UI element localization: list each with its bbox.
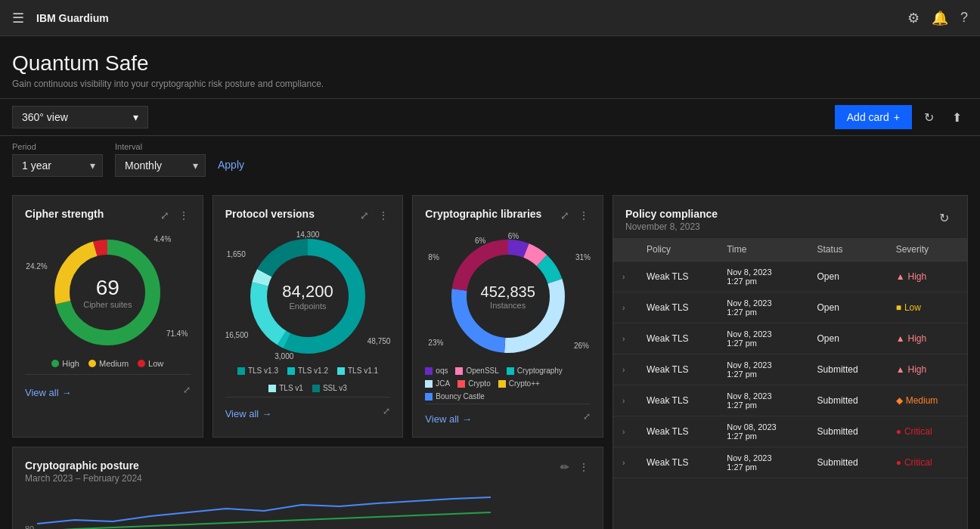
posture-edit-button[interactable]: ✏ bbox=[559, 459, 571, 475]
crypto-expand-icon: ⤢ bbox=[583, 411, 591, 422]
period-select-wrapper: 1 year 6 months 3 months 1 month bbox=[12, 154, 103, 177]
legend-tls1: TLS v1 bbox=[268, 384, 303, 392]
policy-table: Policy Time Status Severity › Weak TLS N… bbox=[613, 238, 967, 478]
protocol-view-all-button[interactable]: View all → bbox=[225, 408, 272, 419]
toolbar-actions: Add card + ↻ ⬆ bbox=[835, 105, 968, 129]
view-select[interactable]: 360° view ▾ bbox=[12, 106, 148, 128]
protocol-legend: TLS v1.3 TLS v1.2 TLS v1.1 TLS v1 bbox=[225, 367, 391, 392]
add-card-label: Add card bbox=[847, 111, 889, 123]
policy-header: Policy compliance November 8, 2023 ↻ bbox=[613, 196, 967, 238]
posture-y-label: 80 bbox=[25, 524, 34, 529]
crypto-legend: oqs OpenSSL Cryptography JCA bbox=[425, 367, 591, 401]
row-severity: ● Critical bbox=[887, 416, 967, 447]
help-icon[interactable]: ? bbox=[960, 10, 968, 26]
cipher-strength-actions: ⤢ ⋮ bbox=[159, 208, 191, 223]
cipher-label-714: 71.4% bbox=[166, 329, 188, 338]
posture-actions: ✏ ⋮ bbox=[559, 459, 591, 475]
row-status: Submitted bbox=[808, 385, 887, 416]
legend-jca: JCA bbox=[425, 379, 450, 388]
severity-label: High bbox=[908, 271, 927, 282]
severity-icon: ▲ bbox=[896, 333, 905, 344]
expand-row-button[interactable]: › bbox=[622, 335, 625, 343]
add-card-button[interactable]: Add card + bbox=[835, 105, 912, 129]
expand-row-button[interactable]: › bbox=[622, 366, 625, 374]
interval-select[interactable]: Monthly Weekly Daily bbox=[115, 154, 206, 177]
expand-row-button[interactable]: › bbox=[622, 273, 625, 281]
legend-openssl: OpenSSL bbox=[455, 367, 498, 375]
crypto-number: 452,835 bbox=[481, 283, 535, 301]
crypto-expand-button[interactable]: ⤢ bbox=[559, 208, 571, 223]
policy-date: November 8, 2023 bbox=[625, 221, 718, 232]
col-severity: Severity bbox=[887, 238, 967, 261]
notification-icon[interactable]: 🔔 bbox=[932, 10, 948, 26]
policy-table-container: Policy Time Status Severity › Weak TLS N… bbox=[613, 238, 967, 529]
crypto-more-button[interactable]: ⋮ bbox=[577, 208, 591, 223]
policy-refresh-button[interactable]: ↻ bbox=[933, 208, 955, 228]
plus-icon: + bbox=[894, 111, 900, 123]
cipher-label-242: 24.2% bbox=[26, 262, 47, 271]
row-policy: Weak TLS bbox=[637, 447, 718, 478]
protocol-expand-button[interactable]: ⤢ bbox=[358, 208, 371, 223]
top-navigation: ☰ IBM Guardium ⚙ 🔔 ? bbox=[0, 0, 980, 36]
period-filter: Period 1 year 6 months 3 months 1 month bbox=[12, 142, 103, 177]
row-chevron[interactable]: › bbox=[613, 261, 637, 292]
protocol-versions-card: Protocol versions ⤢ ⋮ bbox=[212, 195, 404, 438]
protocol-more-button[interactable]: ⋮ bbox=[377, 208, 390, 223]
row-severity: ● Critical bbox=[887, 447, 967, 478]
export-button[interactable]: ⬆ bbox=[946, 107, 968, 128]
posture-date: March 2023 – February 2024 bbox=[25, 473, 142, 484]
severity-icon: ▲ bbox=[896, 364, 905, 375]
posture-line-chart bbox=[37, 490, 491, 529]
severity-icon: ▲ bbox=[896, 271, 905, 282]
expand-row-button[interactable]: › bbox=[622, 459, 625, 467]
legend-tls13: TLS v1.3 bbox=[237, 367, 278, 375]
protocol-versions-header: Protocol versions ⤢ ⋮ bbox=[225, 208, 391, 223]
severity-badge: ● Critical bbox=[896, 426, 958, 437]
view-select-label: 360° view bbox=[22, 111, 68, 123]
posture-card-info: Cryptographic posture March 2023 – Febru… bbox=[25, 459, 142, 484]
row-severity: ■ Low bbox=[887, 292, 967, 323]
cipher-more-button[interactable]: ⋮ bbox=[177, 208, 191, 223]
row-policy: Weak TLS bbox=[637, 385, 718, 416]
crypto-view-all-button[interactable]: View all → bbox=[425, 413, 472, 425]
posture-more-button[interactable]: ⋮ bbox=[577, 459, 591, 475]
row-chevron[interactable]: › bbox=[613, 323, 637, 354]
row-chevron[interactable]: › bbox=[613, 416, 637, 447]
settings-icon[interactable]: ⚙ bbox=[907, 10, 920, 26]
table-row: › Weak TLS Nov 8, 2023 1:27 pm Submitted… bbox=[613, 447, 967, 478]
table-row: › Weak TLS Nov 8, 2023 1:27 pm Open ▲ Hi… bbox=[613, 323, 967, 354]
page-header: Quantum Safe Gain continuous visibility … bbox=[0, 36, 980, 98]
arrow-right-icon: → bbox=[262, 408, 271, 419]
posture-chart-area: 80 bbox=[25, 490, 591, 529]
row-policy: Weak TLS bbox=[637, 323, 718, 354]
row-policy: Weak TLS bbox=[637, 354, 718, 385]
cipher-expand-button[interactable]: ⤢ bbox=[159, 208, 171, 223]
proto-label-left-bottom: 16,500 bbox=[225, 331, 249, 339]
protocol-versions-title: Protocol versions bbox=[225, 208, 315, 220]
cipher-legend: High Medium Low bbox=[51, 359, 163, 368]
legend-tls12: TLS v1.2 bbox=[287, 367, 328, 375]
row-status: Submitted bbox=[808, 416, 887, 447]
row-chevron[interactable]: › bbox=[613, 354, 637, 385]
row-status: Open bbox=[808, 292, 887, 323]
col-status: Status bbox=[808, 238, 887, 261]
legend-crypto: Crypto bbox=[457, 379, 490, 388]
cipher-view-all-button[interactable]: View all → bbox=[25, 387, 72, 398]
legend-ssl3: SSL v3 bbox=[312, 384, 347, 392]
expand-row-button[interactable]: › bbox=[622, 428, 625, 436]
proto-label-right-bottom: 48,750 bbox=[368, 337, 391, 345]
hamburger-icon[interactable]: ☰ bbox=[12, 10, 24, 26]
row-chevron[interactable]: › bbox=[613, 447, 637, 478]
row-chevron[interactable]: › bbox=[613, 292, 637, 323]
row-chevron[interactable]: › bbox=[613, 385, 637, 416]
refresh-button[interactable]: ↻ bbox=[918, 107, 940, 128]
cipher-number: 69 bbox=[83, 276, 132, 300]
protocol-donut-chart: 84,200 Endpoints bbox=[243, 232, 372, 360]
protocol-expand-icon: ⤢ bbox=[383, 406, 390, 416]
expand-row-button[interactable]: › bbox=[622, 304, 625, 312]
period-select[interactable]: 1 year 6 months 3 months 1 month bbox=[12, 154, 103, 177]
arrow-right-icon: → bbox=[462, 413, 472, 425]
expand-row-button[interactable]: › bbox=[622, 397, 625, 405]
apply-button[interactable]: Apply bbox=[218, 153, 244, 177]
crypto-label: Instances bbox=[481, 301, 535, 310]
